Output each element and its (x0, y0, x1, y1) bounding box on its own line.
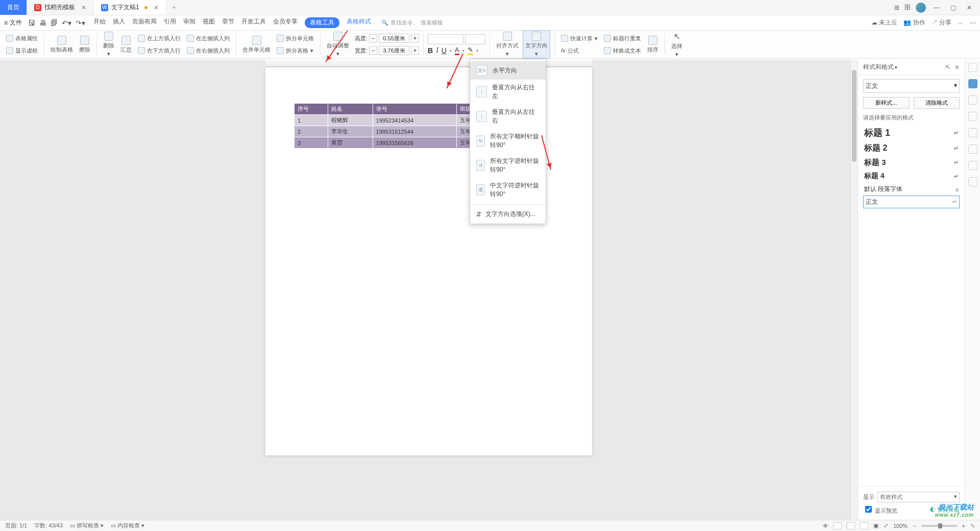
menu-ref[interactable]: 引用 (164, 17, 176, 28)
menu-layout[interactable]: 页面布局 (132, 17, 157, 28)
doc-icon: W (101, 4, 108, 11)
width-inc-button[interactable]: + (411, 46, 419, 55)
menu-insert[interactable]: 插入 (113, 17, 125, 28)
collapse-ribbon-icon[interactable]: ︿ (958, 18, 964, 27)
ribbon: 表格属性 显示虚框 绘制表格 擦除 删除▾ 汇总 在上方插入行 在下方插入行 在… (0, 31, 980, 59)
share-button[interactable]: ↗ 分享 (932, 18, 951, 27)
app-menu-button[interactable]: ≡文件 (4, 18, 22, 27)
ins-left-button[interactable]: 在左侧插入列 (185, 33, 232, 44)
font-family-select[interactable] (428, 34, 463, 44)
split-cell-button[interactable]: 拆分单元格 (275, 33, 316, 44)
table-props-button[interactable]: 表格属性 (4, 33, 40, 44)
highlight-button[interactable]: ✎ (468, 46, 473, 55)
sum-button[interactable]: 汇总 (118, 35, 134, 55)
command-search[interactable]: 🔍 查找命令、搜索模板 (381, 19, 443, 27)
split-table-button[interactable]: 拆分表格▾ (275, 45, 316, 56)
height-dec-button[interactable]: − (369, 34, 377, 42)
italic-button[interactable]: I (436, 46, 438, 55)
text-direction-button[interactable]: 文字方向▾ (523, 30, 550, 59)
apps-icon[interactable]: 昍 (904, 3, 911, 12)
sort-button[interactable]: 排序 (645, 35, 660, 55)
col-width: 宽度: − 3.76厘米 + (353, 45, 419, 56)
minimize-button[interactable]: — (931, 4, 942, 11)
menu-tabs: 开始 插入 页面布局 引用 审阅 视图 章节 开发工具 会员专享 表格工具 表格… (93, 17, 371, 28)
menu-section[interactable]: 章节 (222, 17, 234, 28)
show-dash-button[interactable]: 显示虚框 (4, 45, 40, 56)
menu-start[interactable]: 开始 (93, 17, 106, 28)
height-inc-button[interactable]: + (411, 34, 419, 42)
repeat-header-button[interactable]: 标题行重复 (602, 33, 643, 44)
width-value[interactable]: 3.76厘米 (379, 46, 409, 55)
redo-icon[interactable]: ↷▾ (76, 19, 85, 27)
tab-document[interactable]: W 文字文稿1 ✕ (94, 0, 166, 15)
menu-right: ☁ 未上云 👥 协作 ↗ 分享 ︿ ⋯ (871, 18, 976, 27)
align-button[interactable]: 对齐方式▾ (494, 31, 521, 58)
delete-button[interactable]: 删除▾ (101, 31, 116, 58)
ins-below-button[interactable]: 在下方插入行 (136, 45, 183, 56)
formula-button[interactable]: fx 公式 (559, 45, 600, 56)
close-button[interactable]: ✕ (964, 4, 975, 11)
menu-table-tools[interactable]: 表格工具 (305, 17, 339, 28)
coop-button[interactable]: 👥 协作 (903, 18, 925, 27)
menu-bar: ≡文件 🖫 🖶 🗐 ↶▾ ↷▾ 开始 插入 页面布局 引用 审阅 视图 章节 开… (0, 15, 980, 31)
print-icon[interactable]: 🖶 (39, 19, 46, 27)
maximize-button[interactable]: ▢ (947, 4, 959, 11)
select-button[interactable]: ↖选择▾ (669, 31, 684, 59)
title-bar: 首页 D 找稻壳模板 ✕ W 文字文稿1 ✕ ＋ ⊞ 昍 — ▢ ✕ (0, 0, 980, 15)
width-dec-button[interactable]: − (369, 46, 377, 55)
ins-above-button[interactable]: 在上方插入行 (136, 33, 183, 44)
menu-member[interactable]: 会员专享 (273, 17, 298, 28)
save-icon[interactable]: 🖫 (28, 19, 35, 27)
underline-button[interactable]: U (442, 46, 447, 55)
grid-icon[interactable]: ⊞ (894, 4, 899, 11)
font-color-button[interactable]: A (455, 46, 459, 55)
height-value[interactable]: 0.55厘米 (379, 34, 409, 43)
font-size-select[interactable] (465, 34, 485, 44)
window-controls: ⊞ 昍 — ▢ ✕ (889, 0, 980, 15)
avatar[interactable] (916, 3, 926, 13)
erase-button[interactable]: 擦除 (77, 35, 92, 55)
menu-view[interactable]: 视图 (203, 17, 215, 28)
close-icon[interactable]: ✕ (81, 4, 86, 11)
new-tab-button[interactable]: ＋ (166, 0, 182, 15)
to-text-button[interactable]: 转换成文本 (602, 45, 643, 56)
menu-table-style[interactable]: 表格样式 (347, 17, 371, 28)
tab-home[interactable]: 首页 (0, 0, 27, 15)
undo-icon[interactable]: ↶▾ (62, 19, 71, 27)
cloud-status[interactable]: ☁ 未上云 (871, 18, 897, 27)
unsaved-dot-icon (144, 6, 148, 9)
tab-templates[interactable]: D 找稻壳模板 ✕ (27, 0, 94, 15)
more-icon[interactable]: ⋯ (970, 19, 976, 27)
search-icon: 🔍 (381, 19, 388, 26)
close-icon[interactable]: ✕ (154, 4, 159, 11)
bold-button[interactable]: B (428, 46, 433, 55)
menu-review[interactable]: 审阅 (183, 17, 195, 28)
quick-calc-button[interactable]: 快速计算▾ (559, 33, 600, 44)
quick-access: 🖫 🖶 🗐 ↶▾ ↷▾ (28, 19, 85, 27)
merge-button[interactable]: 合并单元格 (240, 35, 273, 55)
preview-icon[interactable]: 🗐 (51, 19, 58, 27)
docer-icon: D (34, 4, 41, 11)
row-height: 高度: − 0.55厘米 + (353, 33, 419, 44)
ins-right-button[interactable]: 在右侧插入列 (185, 45, 232, 56)
font-format: B I U▾ A▾ ✎▾ (428, 46, 485, 55)
draw-table-button[interactable]: 绘制表格 (48, 35, 75, 55)
menu-dev[interactable]: 开发工具 (241, 17, 266, 28)
